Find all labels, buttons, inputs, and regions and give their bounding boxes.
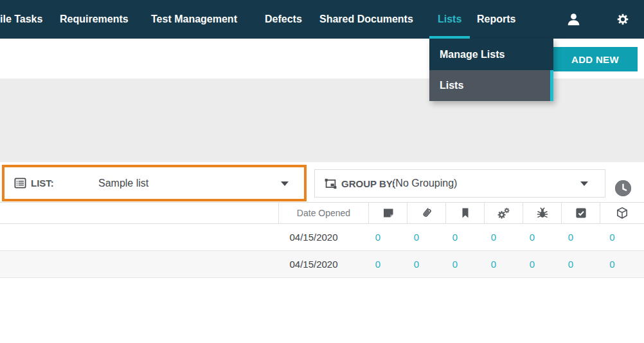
history-clock-button[interactable] [615,180,631,196]
table-row[interactable]: 04/15/2020 0 0 0 0 0 0 0 [0,224,644,251]
object-group-icon [325,178,337,190]
cogs-icon[interactable] [484,203,523,223]
clock-icon [615,180,631,196]
defects-count-link[interactable]: 0 [523,251,561,277]
table-header: Date Opened [0,202,644,224]
list-selector[interactable]: LIST: Sample list [2,165,307,201]
check-square-icon[interactable] [561,203,600,223]
date-opened-cell: 04/15/2020 [278,251,368,277]
nav-item-defects[interactable]: Defects [265,0,302,39]
nav-item-shared-documents[interactable]: Shared Documents [319,0,413,39]
items-count-link[interactable]: 0 [600,224,644,250]
nav-item-lists[interactable]: Lists [438,0,461,39]
screen: ile Tasks Requirements Test Management D… [0,0,644,343]
nav-item-reports[interactable]: Reports [477,0,515,39]
header-cell-empty [0,203,278,223]
group-by-label: GROUP BY: [341,178,395,189]
chevron-down-icon [281,181,289,186]
attachments-count-link[interactable]: 0 [407,251,445,277]
list-value: Sample list [98,178,148,189]
defects-count-link[interactable]: 0 [523,224,561,250]
automations-count-link[interactable]: 0 [484,224,523,250]
nav-item-agile-tasks[interactable]: ile Tasks [0,0,42,39]
attachments-count-link[interactable]: 0 [407,224,445,250]
menu-item-manage-lists[interactable]: Manage Lists [429,39,553,70]
nav-item-test-management[interactable]: Test Management [151,0,237,39]
tasks-count-link[interactable]: 0 [561,251,600,277]
note-icon[interactable] [368,203,407,223]
list-label: LIST: [31,178,54,189]
add-new-button[interactable]: ADD NEW [553,47,638,71]
group-by-value: (No Grouping) [392,178,457,189]
top-nav: ile Tasks Requirements Test Management D… [0,0,644,39]
list-icon [14,177,26,189]
gear-icon[interactable] [611,0,634,39]
tasks-count-link[interactable]: 0 [561,224,600,250]
nav-item-requirements[interactable]: Requirements [60,0,129,39]
bookmarks-count-link[interactable]: 0 [445,224,484,250]
table-row[interactable]: 04/15/2020 0 0 0 0 0 0 0 [0,251,644,278]
user-icon[interactable] [562,0,585,39]
lists-dropdown-menu: Manage Lists Lists [429,39,553,101]
group-by-selector[interactable]: GROUP BY: (No Grouping) [314,169,605,198]
paperclip-icon[interactable] [407,203,445,223]
bug-icon[interactable] [523,203,561,223]
bookmark-icon[interactable] [445,203,484,223]
cube-icon[interactable] [600,203,644,223]
notes-count-link[interactable]: 0 [368,224,407,250]
bookmarks-count-link[interactable]: 0 [445,251,484,277]
notes-count-link[interactable]: 0 [368,251,407,277]
date-opened-cell: 04/15/2020 [278,224,368,250]
items-count-link[interactable]: 0 [600,251,644,277]
automations-count-link[interactable]: 0 [484,251,523,277]
chevron-down-icon [580,181,588,186]
header-cell-date-opened[interactable]: Date Opened [278,203,368,223]
menu-item-lists[interactable]: Lists [429,70,553,101]
